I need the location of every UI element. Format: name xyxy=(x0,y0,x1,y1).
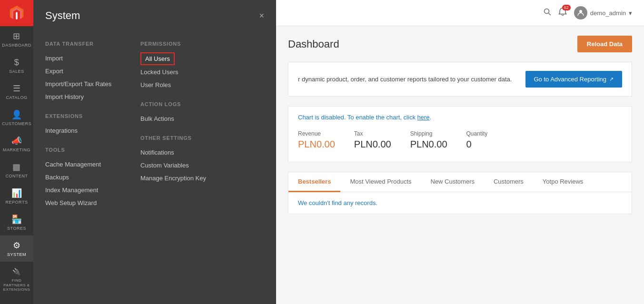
sidebar-item-stores[interactable]: 🏪 Stores xyxy=(0,209,33,235)
stat-tax-label: Tax xyxy=(354,130,391,137)
find-partners-icon: 🔌 xyxy=(11,266,22,277)
reload-data-button[interactable]: Reload Data xyxy=(577,36,632,52)
section-action-logs: Action Logs Bulk Actions xyxy=(140,101,257,125)
section-permissions-title: Permissions xyxy=(140,41,257,47)
section-tools-title: Tools xyxy=(45,147,124,153)
sidebar-item-sales[interactable]: $ Sales xyxy=(0,52,33,78)
notification-count: 62 xyxy=(562,5,571,10)
main-header: 62 demo_admin ▾ xyxy=(276,0,644,26)
menu-item-bulk-actions[interactable]: Bulk Actions xyxy=(140,113,257,125)
svg-line-1 xyxy=(548,13,551,16)
sidebar-item-find-partners[interactable]: 🔌 Find Partners & Extensions xyxy=(0,262,33,297)
system-menu-columns: Data Transfer Import Export Import/Expor… xyxy=(33,31,276,219)
section-other-settings-title: Other Settings xyxy=(140,135,257,141)
stat-shipping: Shipping PLN0.00 xyxy=(410,130,447,150)
catalog-icon: ☰ xyxy=(11,83,22,94)
chart-enable-link[interactable]: here xyxy=(417,114,430,121)
stat-revenue-label: Revenue xyxy=(298,130,335,137)
external-link-icon: ↗ xyxy=(609,76,614,82)
tab-new-customers[interactable]: New Customers xyxy=(421,172,484,192)
reporting-text: r dynamic product, order, and customer r… xyxy=(298,76,512,83)
menu-item-backups[interactable]: Backups xyxy=(45,171,124,183)
menu-item-import-export-tax[interactable]: Import/Export Tax Rates xyxy=(45,78,124,90)
magento-logo xyxy=(0,0,33,26)
sales-icon: $ xyxy=(11,57,22,68)
page-title: Dashboard xyxy=(288,38,339,50)
tab-bestsellers[interactable]: Bestsellers xyxy=(288,172,340,192)
stores-icon: 🏪 xyxy=(11,214,22,225)
menu-item-web-setup-wizard[interactable]: Web Setup Wizard xyxy=(45,197,124,209)
stat-shipping-value: PLN0.00 xyxy=(410,139,447,150)
section-extensions: Extensions Integrations xyxy=(45,113,124,137)
menu-item-all-users[interactable]: All Users xyxy=(140,52,175,65)
sidebar-item-customers[interactable]: 👤 Customers xyxy=(0,105,33,131)
sidebar: ⊞ Dashboard $ Sales ☰ Catalog 👤 Customer… xyxy=(0,0,33,304)
header-icons: 62 demo_admin ▾ xyxy=(544,6,632,20)
customers-icon: 👤 xyxy=(11,109,22,120)
reports-icon: 📊 xyxy=(11,188,22,198)
svg-point-0 xyxy=(544,9,549,14)
sidebar-item-system[interactable]: ⚙ System xyxy=(0,235,33,262)
tab-customers[interactable]: Customers xyxy=(484,172,533,192)
menu-item-cache-management[interactable]: Cache Management xyxy=(45,158,124,170)
system-menu: System × Data Transfer Import Export Imp… xyxy=(33,0,276,304)
main-content: 62 demo_admin ▾ Dashboard Reload Data r … xyxy=(276,0,644,304)
section-data-transfer: Data Transfer Import Export Import/Expor… xyxy=(45,41,124,103)
stat-quantity: Quantity 0 xyxy=(466,130,488,150)
stat-quantity-value: 0 xyxy=(466,139,488,150)
system-icon: ⚙ xyxy=(11,240,22,251)
reporting-section: r dynamic product, order, and customer r… xyxy=(288,62,632,97)
go-to-advanced-reporting-button[interactable]: Go to Advanced Reporting ↗ xyxy=(525,71,623,88)
search-button[interactable] xyxy=(544,8,551,18)
section-other-settings: Other Settings Notifications Custom Vari… xyxy=(140,135,257,184)
stat-revenue: Revenue PLN0.00 xyxy=(298,130,335,150)
stat-quantity-label: Quantity xyxy=(466,130,488,137)
tab-yotpo-reviews[interactable]: Yotpo Reviews xyxy=(533,172,593,192)
page-content: Dashboard Reload Data r dynamic product,… xyxy=(276,26,644,224)
section-extensions-title: Extensions xyxy=(45,113,124,119)
sidebar-item-reports[interactable]: 📊 Reports xyxy=(0,183,33,209)
dashboard-icon: ⊞ xyxy=(11,31,22,41)
svg-point-2 xyxy=(579,10,582,13)
no-records-message: We couldn't find any records. xyxy=(298,199,377,206)
tabs-section: Bestsellers Most Viewed Products New Cus… xyxy=(288,172,632,214)
sidebar-item-content[interactable]: ▦ Content xyxy=(0,157,33,183)
menu-item-user-roles[interactable]: User Roles xyxy=(140,79,257,91)
menu-item-index-management[interactable]: Index Management xyxy=(45,184,124,196)
tab-content: We couldn't find any records. xyxy=(288,192,632,214)
tabs-nav: Bestsellers Most Viewed Products New Cus… xyxy=(288,172,632,192)
chart-section: Chart is disabled. To enable the chart, … xyxy=(288,106,632,162)
menu-item-locked-users[interactable]: Locked Users xyxy=(140,66,257,78)
system-menu-header: System × xyxy=(33,10,276,31)
stat-tax: Tax PLN0.00 xyxy=(354,130,391,150)
stat-revenue-value: PLN0.00 xyxy=(298,139,335,150)
menu-item-export[interactable]: Export xyxy=(45,65,124,77)
menu-item-import[interactable]: Import xyxy=(45,52,124,64)
section-tools: Tools Cache Management Backups Index Man… xyxy=(45,147,124,209)
stat-tax-value: PLN0.00 xyxy=(354,139,391,150)
menu-item-custom-variables[interactable]: Custom Variables xyxy=(140,159,257,171)
marketing-icon: 📣 xyxy=(11,136,22,146)
menu-item-integrations[interactable]: Integrations xyxy=(45,125,124,137)
menu-item-manage-encryption-key[interactable]: Manage Encryption Key xyxy=(140,172,257,184)
chart-disabled-message: Chart is disabled. To enable the chart, … xyxy=(298,114,622,121)
notification-button[interactable]: 62 xyxy=(558,8,567,18)
system-menu-close-button[interactable]: × xyxy=(259,11,264,21)
menu-col-right: Permissions All Users Locked Users User … xyxy=(133,41,267,219)
user-menu[interactable]: demo_admin ▾ xyxy=(574,6,632,20)
menu-item-import-history[interactable]: Import History xyxy=(45,91,124,103)
section-action-logs-title: Action Logs xyxy=(140,101,257,107)
stat-shipping-label: Shipping xyxy=(410,130,447,137)
system-menu-title: System xyxy=(45,10,80,22)
section-data-transfer-title: Data Transfer xyxy=(45,41,124,47)
avatar xyxy=(574,6,587,20)
menu-item-notifications[interactable]: Notifications xyxy=(140,147,257,158)
sidebar-item-dashboard[interactable]: ⊞ Dashboard xyxy=(0,26,33,52)
section-permissions: Permissions All Users Locked Users User … xyxy=(140,41,257,91)
tab-most-viewed-products[interactable]: Most Viewed Products xyxy=(340,172,421,192)
stats-row: Revenue PLN0.00 Tax PLN0.00 Shipping PLN… xyxy=(298,130,622,150)
sidebar-item-marketing[interactable]: 📣 Marketing xyxy=(0,131,33,157)
user-dropdown-icon: ▾ xyxy=(629,10,632,17)
content-icon: ▦ xyxy=(11,162,22,172)
sidebar-item-catalog[interactable]: ☰ Catalog xyxy=(0,78,33,105)
